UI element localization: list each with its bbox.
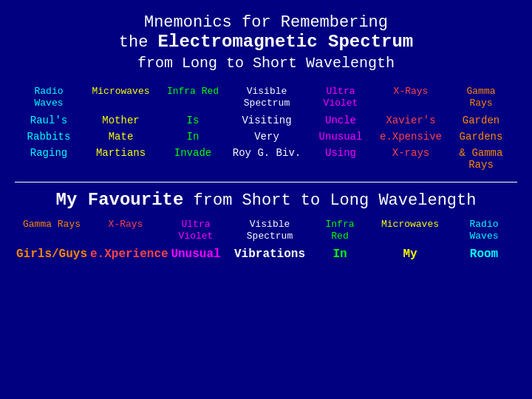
top-header-cell: Radio Waves — [16, 84, 82, 110]
bottom-header-cell: Microwaves — [369, 217, 451, 243]
mnemonic-cell: Visiting — [226, 113, 307, 128]
bottom-title: My Favourite from Short to Long Waveleng… — [56, 190, 477, 210]
mnemonic-cell: Roy G. Biv. — [226, 146, 307, 172]
top-header-cell: Microwaves — [82, 84, 160, 110]
bottom-title-normal: from Short to Long Wavelength — [183, 191, 476, 210]
mnemonic-cell: Garden — [448, 113, 514, 128]
top-header-cell: X-Rays — [374, 84, 448, 110]
title-line2-bold: Electromagnetic Spectrum — [158, 32, 414, 52]
mnemonic-cell: Gardens — [448, 129, 514, 144]
bottom-header-cell: Gamma Rays — [15, 217, 89, 243]
top-header-row: Radio WavesMicrowavesInfra RedVisible Sp… — [16, 84, 516, 110]
mnemonic-cell: & Gamma Rays — [448, 146, 514, 172]
mnemonic-cell: Raul's — [16, 113, 82, 128]
bottom-header-cell: Radio Waves — [451, 217, 517, 243]
top-section: Radio WavesMicrowavesInfra RedVisible Sp… — [15, 83, 517, 174]
mnemonic-cell: Mate — [82, 129, 160, 144]
bottom-title-bold: My Favourite — [56, 190, 184, 210]
mnemonic-cell: Is — [160, 113, 226, 128]
title-line1: Mnemonics for Remembering — [144, 13, 388, 32]
mnemonic-cell: In — [160, 129, 226, 144]
title-line2-normal: the — [119, 33, 158, 52]
top-header-cell: Visible Spectrum — [226, 84, 307, 110]
mnemonic-cell: Very — [226, 129, 307, 144]
top-header-cell: Ultra Violet — [307, 84, 374, 110]
bottom-header-row: Gamma RaysX-RaysUltra VioletVisible Spec… — [15, 217, 517, 243]
bottom-header-cell: X-Rays — [89, 217, 163, 243]
top-header-cell: Gamma Rays — [448, 84, 514, 110]
top-header-cell: Infra Red — [160, 84, 226, 110]
bottom-header-cell: Visible Spectrum — [229, 217, 310, 243]
mnemonic-cell: Uncle — [307, 113, 374, 128]
bottom-mnemonic-cell: Unusual — [163, 246, 229, 262]
mnemonic-cell: Rabbits — [16, 129, 82, 144]
bottom-mnemonic-cell: Girls/Guys — [15, 246, 89, 262]
bottom-mnemonic-cell: Room — [451, 246, 517, 262]
mnemonic-row: RagingMartiansInvadeRoy G. Biv.UsingX-ra… — [16, 146, 516, 172]
mnemonic-cell: e.Xpensive — [374, 129, 448, 144]
mnemonic-cell: Unusual — [307, 129, 374, 144]
bottom-mnemonic-cell: e.Xperience — [89, 246, 163, 262]
subtitle: from Long to Short Wavelength — [137, 55, 395, 72]
mnemonic-row: Raul'sMotherIsVisitingUncleXavier'sGarde… — [16, 113, 516, 128]
mnemonic-cell: Using — [307, 146, 374, 172]
bottom-mnemonic-cell: Vibrations — [229, 246, 310, 262]
mnemonic-cell: Martians — [82, 146, 160, 172]
bottom-mnemonic-cell: My — [369, 246, 451, 262]
mnemonic-cell: X-rays — [374, 146, 448, 172]
mnemonic-cell: Raging — [16, 146, 82, 172]
mnemonic-row: RabbitsMateInVeryUnusuale.XpensiveGarden… — [16, 129, 516, 144]
bottom-mnemonic-row: Girls/Guyse.XperienceUnusualVibrationsIn… — [15, 246, 517, 262]
mnemonic-cell: Xavier's — [374, 113, 448, 128]
bottom-header-cell: Ultra Violet — [163, 217, 229, 243]
bottom-header-cell: Infra Red — [310, 217, 369, 243]
bottom-mnemonic-cell: In — [310, 246, 369, 262]
mnemonic-cell: Mother — [82, 113, 160, 128]
title-line2: the Electromagnetic Spectrum — [119, 32, 413, 52]
mnemonic-cell: Invade — [160, 146, 226, 172]
divider — [15, 182, 517, 183]
